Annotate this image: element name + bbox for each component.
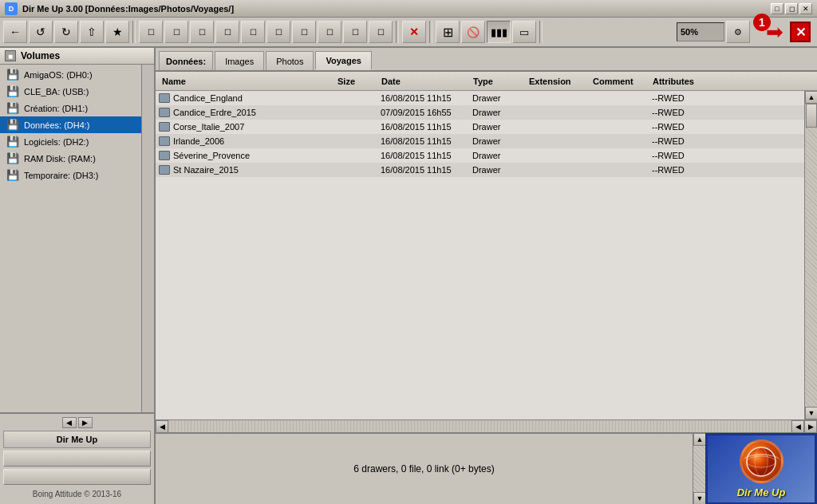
volume-label: RAM Disk: (RAM:) (24, 154, 96, 163)
file-name: Candice_Erdre_2015 (173, 108, 337, 117)
col-header-size[interactable]: Size (334, 77, 378, 86)
settings-button[interactable]: ⚙ (726, 21, 750, 43)
progress-area: 50% (677, 22, 724, 41)
toolbar: ← ↺ ↻ ⇧ ★ ☐ ☐ ☐ ☐ ☐ ☐ ☐ ☐ ☐ ☐ ✕ ⊞ 🚫 ▮▮▮ … (0, 18, 817, 48)
table-row[interactable]: St Nazaire_201516/08/2015 11h15Drawer--R… (156, 163, 804, 177)
minimize-button[interactable]: □ (771, 3, 783, 14)
file-type: Drawer (472, 136, 528, 146)
volume-icon: 💾 (6, 85, 19, 97)
grid-button[interactable]: ⊞ (436, 21, 460, 43)
table-row[interactable]: Irlande_200616/08/2015 11h15Drawer--RWED (156, 134, 804, 148)
volume-cle-ba[interactable]: 💾 CLE_BA: (USB:) (0, 83, 141, 100)
tool-btn-6[interactable]: ☐ (266, 21, 290, 43)
volume-icon: 💾 (6, 69, 19, 81)
sidebar-nav-right[interactable]: ▶ (78, 417, 93, 428)
tool-btn-7[interactable]: ☐ (292, 21, 316, 43)
tool-btn-3[interactable]: ☐ (190, 21, 214, 43)
maximize-button[interactable]: ◻ (785, 3, 798, 14)
file-list: Candice_England16/08/2015 11h15Drawer--R… (156, 91, 804, 419)
svg-point-0 (747, 447, 776, 476)
col-header-type[interactable]: Type (470, 77, 526, 86)
volume-temporaire[interactable]: 💾 Temporaire: (DH3:) (0, 167, 141, 183)
volume-icon: 💾 (6, 102, 19, 114)
sidebar-action-btn-2[interactable] (3, 469, 151, 485)
tool-btn-8[interactable]: ☐ (318, 21, 341, 43)
scroll-down-button[interactable]: ▼ (805, 407, 817, 419)
file-date: 16/08/2015 11h15 (381, 165, 472, 175)
status-scroll-track (693, 446, 705, 492)
view-button[interactable]: ▭ (512, 21, 536, 43)
content-area: Données: Images Photos Voyages Name Size… (156, 48, 817, 504)
file-date: 07/09/2015 16h55 (381, 108, 472, 117)
status-text: 6 drawers, 0 file, 0 link (0+ bytes) (156, 463, 693, 474)
scroll-thumb[interactable] (806, 104, 817, 128)
tab-voyages[interactable]: Voyages (315, 51, 371, 70)
file-type: Drawer (472, 108, 528, 117)
up-button[interactable]: ⇧ (80, 21, 104, 43)
sidebar-scrollbar[interactable] (141, 65, 154, 412)
file-type: Drawer (472, 151, 528, 160)
window-title: Dir Me Up 3.00 [Données:Images/Photos/Vo… (22, 4, 234, 14)
tab-images[interactable]: Images (215, 51, 264, 70)
app-name-label: Dir Me Up (3, 431, 151, 448)
bar-chart-button[interactable]: ▮▮▮ (487, 21, 511, 43)
volume-ram[interactable]: 💾 RAM Disk: (RAM:) (0, 150, 141, 167)
scroll-up-button[interactable]: ▲ (805, 91, 817, 104)
tool-btn-5[interactable]: ☐ (241, 21, 265, 43)
tool-btn-4[interactable]: ☐ (215, 21, 239, 43)
file-attributes: --RWED (652, 108, 716, 117)
file-list-with-scroll: Candice_England16/08/2015 11h15Drawer--R… (156, 91, 817, 419)
refresh-button-1[interactable]: ↺ (29, 21, 53, 43)
back-button[interactable]: ← (3, 21, 27, 43)
right-scrollbar[interactable]: ▲ ▼ (804, 91, 817, 419)
breadcrumb[interactable]: Données: (159, 51, 213, 70)
volume-label: CLE_BA: (USB:) (24, 87, 89, 96)
favorite-button[interactable]: ★ (105, 21, 129, 43)
sidebar-action-btn-1[interactable] (3, 451, 151, 467)
table-row[interactable]: Candice_Erdre_201507/09/2015 16h55Drawer… (156, 105, 804, 120)
drawer-icon (159, 93, 170, 103)
status-v-scrollbar[interactable]: ▲ ▼ (693, 433, 705, 504)
sidebar-nav-left[interactable]: ◀ (62, 417, 77, 428)
h-scroll-right-btn-1[interactable]: ◀ (791, 420, 804, 433)
col-header-date[interactable]: Date (378, 77, 470, 86)
file-name: Corse_Italie_2007 (173, 122, 337, 132)
volume-donnees[interactable]: 💾 Données: (DH4:) (0, 116, 141, 133)
col-header-name[interactable]: Name (159, 77, 334, 86)
file-date: 16/08/2015 11h15 (381, 93, 472, 103)
svg-point-1 (747, 456, 776, 467)
stop-button[interactable]: ✕ (402, 21, 426, 43)
scroll-track (805, 104, 817, 407)
col-header-comment[interactable]: Comment (590, 77, 649, 86)
volume-icon: 💾 (6, 136, 19, 148)
h-scrollbar[interactable]: ◀ ◀ ▶ (156, 419, 817, 432)
h-scroll-left-button[interactable]: ◀ (156, 420, 168, 433)
refresh-button-2[interactable]: ↻ (54, 21, 78, 43)
nav-badge-area: 1 ➡ ✕ (752, 20, 814, 45)
tool-btn-9[interactable]: ☐ (343, 21, 367, 43)
status-scroll-down[interactable]: ▼ (693, 492, 706, 504)
status-scroll-up[interactable]: ▲ (693, 433, 706, 446)
h-scroll-right-btn-2[interactable]: ▶ (804, 420, 817, 433)
sidebar-toggle-button[interactable]: ■ (5, 50, 16, 61)
volume-label: Création: (DH1:) (24, 104, 88, 113)
logo-globe-icon (740, 439, 783, 483)
tool-btn-1[interactable]: ☐ (139, 21, 163, 43)
table-row[interactable]: Corse_Italie_200716/08/2015 11h15Drawer-… (156, 120, 804, 134)
table-row[interactable]: Candice_England16/08/2015 11h15Drawer--R… (156, 91, 804, 105)
no-button[interactable]: 🚫 (461, 21, 485, 43)
volume-creation[interactable]: 💾 Création: (DH1:) (0, 100, 141, 116)
sidebar-nav: ◀ ▶ (3, 417, 151, 428)
volume-amigaos[interactable]: 💾 AmigaOS: (DH0:) (0, 66, 141, 83)
tool-btn-2[interactable]: ☐ (164, 21, 188, 43)
col-header-attributes[interactable]: Attributes (649, 77, 713, 86)
table-row[interactable]: Séverine_Provence16/08/2015 11h15Drawer-… (156, 148, 804, 163)
volume-icon: 💾 (6, 119, 19, 131)
volume-logiciels[interactable]: 💾 Logiciels: (DH2:) (0, 133, 141, 150)
title-bar: D Dir Me Up 3.00 [Données:Images/Photos/… (0, 0, 817, 18)
tool-btn-10[interactable]: ☐ (369, 21, 393, 43)
col-header-extension[interactable]: Extension (526, 77, 590, 86)
close-button[interactable]: ✕ (799, 3, 812, 14)
close-x-button[interactable]: ✕ (790, 22, 811, 42)
tab-photos[interactable]: Photos (266, 51, 314, 70)
